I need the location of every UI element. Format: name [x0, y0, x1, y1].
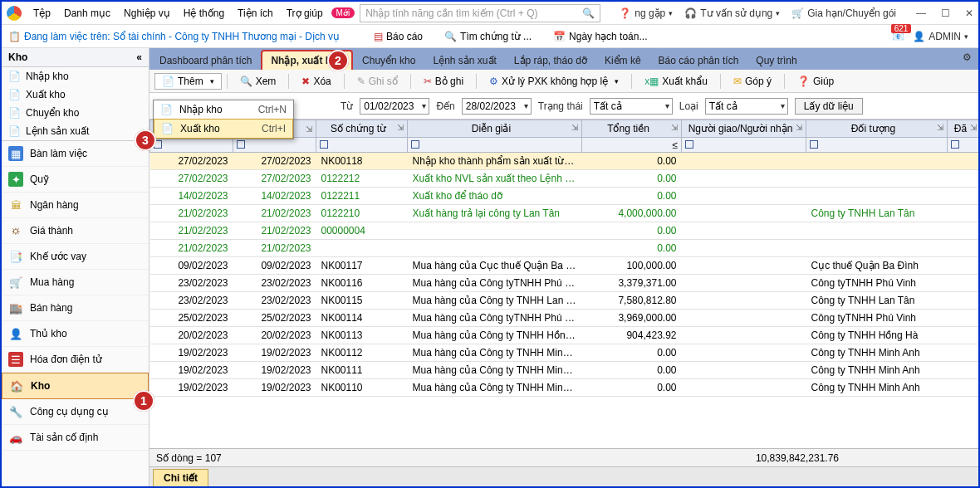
- table-row[interactable]: 19/02/202319/02/2023NK00111Mua hàng của …: [150, 362, 979, 379]
- col-header[interactable]: Tổng tiền⇲: [582, 120, 682, 138]
- from-date[interactable]: 01/02/2023: [360, 98, 429, 115]
- col-header[interactable]: Người giao/Người nhận⇲: [682, 120, 806, 138]
- to-date[interactable]: 28/02/2023: [462, 98, 532, 115]
- table-row[interactable]: 19/02/202319/02/2023NK00112Mua hàng của …: [150, 344, 979, 362]
- collapse-sidebar-icon[interactable]: «: [136, 51, 142, 63]
- notification-icon[interactable]: 📧621: [892, 31, 904, 42]
- tab-Lệnh sản xuất[interactable]: Lệnh sản xuất: [424, 51, 504, 70]
- pin-icon[interactable]: ⇲: [571, 123, 578, 132]
- table-row[interactable]: 23/02/202323/02/2023NK00116Mua hàng của …: [150, 275, 979, 292]
- find-doc-button[interactable]: 🔍Tìm chứng từ ...: [444, 31, 532, 42]
- search-input[interactable]: Nhập tính năng cần tìm kiếm (Ctrl + Q) 🔍: [360, 4, 600, 22]
- unpost-button[interactable]: ✂Bỏ ghi: [416, 73, 471, 90]
- feedback-button[interactable]: ✉Góp ý: [726, 73, 779, 90]
- module-Quỹ[interactable]: ✦Quỹ: [2, 167, 149, 193]
- tab-Dashboard phân tích[interactable]: Dashboard phân tích: [151, 51, 260, 70]
- menu-Tiện ích[interactable]: Tiện ích: [231, 7, 280, 19]
- filter-cell[interactable]: [316, 138, 408, 153]
- posting-date-button[interactable]: 📅Ngày hạch toán...: [553, 31, 647, 42]
- table-row[interactable]: 27/02/202327/02/2023NK00118Nhập kho thàn…: [150, 153, 979, 170]
- renew-link[interactable]: 🛒Gia hạn/Chuyển gói: [791, 7, 896, 19]
- module-icon: ✦: [8, 172, 23, 187]
- module-Bàn làm việc[interactable]: ▦Bàn làm việc: [2, 141, 149, 167]
- filter-cell[interactable]: [408, 138, 582, 153]
- pin-icon[interactable]: ⇲: [671, 123, 678, 132]
- user-menu[interactable]: 👤ADMIN▾: [913, 31, 968, 42]
- module-Khế ước vay[interactable]: 📑Khế ước vay: [2, 244, 149, 270]
- table-row[interactable]: 25/02/202325/02/2023NK00114Mua hàng của …: [150, 310, 979, 327]
- col-header[interactable]: Đối tượng⇲: [806, 120, 948, 138]
- table-row[interactable]: 21/02/202321/02/20230.00: [150, 240, 979, 257]
- delete-button[interactable]: ✖Xóa: [294, 73, 338, 90]
- module-Bán hàng[interactable]: 🏬Bán hàng: [2, 295, 149, 321]
- gear-icon[interactable]: ⚙: [963, 51, 972, 63]
- consult-link[interactable]: 🎧Tư vấn sử dụng▾: [684, 7, 780, 19]
- module-Mua hàng[interactable]: 🛒Mua hàng: [2, 270, 149, 295]
- pin-icon[interactable]: ⇲: [937, 123, 943, 132]
- module-Ngân hàng[interactable]: 🏛Ngân hàng: [2, 193, 149, 218]
- tree-Lệnh sản xuất[interactable]: 📄Lệnh sản xuất: [2, 122, 149, 140]
- close-button[interactable]: ✕: [965, 7, 973, 19]
- module-Giá thành[interactable]: ⛭Giá thành: [2, 218, 149, 244]
- faq-link[interactable]: ❓ng gặp▾: [619, 7, 673, 19]
- pin-icon[interactable]: ⇲: [306, 124, 312, 134]
- status-combo[interactable]: Tất cả: [590, 98, 673, 115]
- module-Thủ kho[interactable]: 👤Thủ kho: [2, 321, 149, 347]
- table-row[interactable]: 21/02/202321/02/20230122210Xuất hàng trả…: [150, 205, 979, 222]
- table-row[interactable]: 09/02/202309/02/2023NK00117Mua hàng của …: [150, 257, 979, 275]
- pin-icon[interactable]: ⇲: [397, 123, 404, 132]
- dropdown-nhap-kho[interactable]: 📄 Nhập kho Ctrl+N: [154, 100, 293, 119]
- tab-Chuyển kho[interactable]: Chuyển kho: [354, 51, 424, 70]
- table-row[interactable]: 14/02/202314/02/20230122211Xuất kho để t…: [150, 188, 979, 205]
- filter-cell[interactable]: [150, 138, 233, 153]
- table-row[interactable]: 23/02/202323/02/2023NK00115Mua hàng của …: [150, 292, 979, 310]
- module-icon: ⛭: [8, 223, 23, 238]
- table-row[interactable]: 21/02/202321/02/2023000000040.00: [150, 222, 979, 240]
- module-Hóa đơn điện tử[interactable]: ☰Hóa đơn điện tử: [2, 347, 149, 373]
- main-menu: TệpDanh mụcNghiệp vụHệ thốngTiện íchTrợ …: [27, 7, 330, 19]
- tree-Xuất kho[interactable]: 📄Xuất kho: [2, 85, 149, 104]
- filter-cell[interactable]: ≤: [582, 138, 682, 153]
- col-header[interactable]: Số chứng từ⇲: [316, 120, 408, 138]
- dropdown-xuat-kho[interactable]: 📄 Xuất kho Ctrl+I: [154, 119, 293, 139]
- detail-tab[interactable]: Chi tiết: [153, 469, 208, 486]
- row-count: Số dòng = 107: [156, 452, 222, 464]
- table-row[interactable]: 20/02/202320/02/2023NK00113Mua hàng của …: [150, 327, 979, 344]
- help-button[interactable]: ❓Giúp: [790, 73, 841, 90]
- filter-cell[interactable]: [682, 138, 806, 153]
- load-data-button[interactable]: Lấy dữ liệu: [795, 98, 863, 115]
- table-row[interactable]: 19/02/202319/02/2023NK00110Mua hàng của …: [150, 379, 979, 397]
- view-button[interactable]: 🔍Xem: [233, 73, 284, 90]
- pin-icon[interactable]: ⇲: [970, 123, 977, 132]
- tab-Kiểm kê[interactable]: Kiểm kê: [596, 51, 649, 70]
- post-button[interactable]: ✎Ghi sổ: [350, 73, 405, 90]
- module-Kho[interactable]: 🏠Kho: [2, 373, 149, 399]
- export-button[interactable]: x▦Xuất khẩu: [637, 73, 715, 90]
- menu-Trợ giúp[interactable]: Trợ giúp: [280, 7, 330, 19]
- module-Tài sản cố định[interactable]: 🚗Tài sản cố định: [2, 425, 149, 451]
- maximize-button[interactable]: ☐: [941, 7, 950, 19]
- report-button[interactable]: ▤Báo cáo: [374, 31, 423, 42]
- tree-Chuyển kho[interactable]: 📄Chuyển kho: [2, 104, 149, 122]
- menu-Hệ thống[interactable]: Hệ thống: [177, 7, 231, 19]
- minimize-button[interactable]: —: [916, 7, 926, 19]
- tab-Lắp ráp, tháo dỡ[interactable]: Lắp ráp, tháo dỡ: [506, 51, 595, 70]
- table-row[interactable]: 27/02/202327/02/20230122212Xuất kho NVL …: [150, 170, 979, 188]
- tab-Báo cáo phân tích[interactable]: Báo cáo phân tích: [650, 51, 747, 70]
- col-header[interactable]: Diễn giải⇲: [408, 120, 582, 138]
- pin-icon[interactable]: ⇲: [796, 123, 802, 132]
- col-header[interactable]: Đã⇲: [948, 120, 979, 138]
- menu-Nghiệp vụ[interactable]: Nghiệp vụ: [117, 7, 177, 19]
- filter-cell[interactable]: [233, 138, 316, 153]
- add-button[interactable]: 📄Thêm▾: [154, 73, 222, 90]
- type-combo[interactable]: Tất cả: [705, 98, 788, 115]
- tab-Quy trình[interactable]: Quy trình: [747, 51, 805, 70]
- filter-cell[interactable]: [948, 138, 979, 153]
- module-Công cụ dụng cụ[interactable]: 🔧Công cụ dụng cụ: [2, 399, 149, 425]
- filter-cell[interactable]: [806, 138, 948, 153]
- module-icon: 🔧: [8, 404, 23, 419]
- invalid-pxk-button[interactable]: ⚙Xử lý PXK không hợp lệ▾: [482, 73, 626, 90]
- menu-Tệp[interactable]: Tệp: [27, 7, 57, 19]
- menu-Danh mục[interactable]: Danh mục: [57, 7, 117, 19]
- tree-Nhập kho[interactable]: 📄Nhập kho: [2, 67, 149, 85]
